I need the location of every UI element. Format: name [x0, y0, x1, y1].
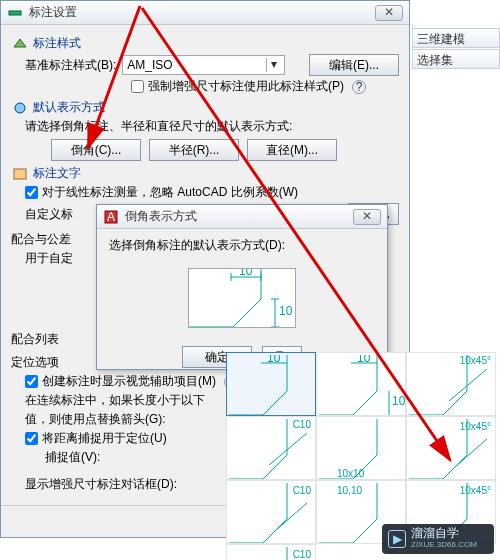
section-text-label: 标注文字 — [33, 165, 81, 182]
main-close-button[interactable]: ✕ — [375, 5, 403, 21]
gallery-caption-4: 10x10 — [337, 468, 364, 479]
base-style-label: 基准标注样式(B): — [25, 57, 116, 74]
fit-tol-label: 配合与公差 — [11, 231, 71, 248]
sub-preview-row: 10 10 — [109, 268, 375, 328]
snap-label: 将距离捕捉用于定位(U) — [42, 430, 167, 447]
text-icon — [11, 166, 29, 182]
main-title: 标注设置 — [29, 4, 375, 21]
gallery-caption-6: C10 — [293, 485, 311, 496]
default-prompt-row: 请选择倒角标注、半径和直径尺寸的默认表示方式: — [25, 118, 399, 135]
svg-text:10: 10 — [267, 355, 281, 365]
sub-close-button[interactable]: ✕ — [353, 209, 381, 225]
section-default-label: 默认表示方式 — [33, 99, 105, 116]
svg-line-17 — [263, 391, 287, 415]
force-style-checkbox[interactable]: 强制增强尺寸标注使用此标注样式(P) — [131, 78, 344, 95]
gallery-caption-2: 10x45° — [460, 355, 491, 366]
chamfer-rep-dialog: A 倒角表示方式 ✕ 选择倒角标注的默认表示方式(D): 10 10 — [96, 204, 388, 370]
gallery-caption-9: C10 — [293, 549, 311, 560]
svg-text:10: 10 — [392, 394, 405, 408]
svg-text:A: A — [107, 210, 115, 224]
force-style-label: 强制增强尺寸标注使用此标注样式(P) — [148, 78, 344, 95]
svg-line-43 — [455, 439, 487, 467]
gallery-caption-3: C10 — [293, 419, 311, 430]
show-enh-label: 显示增强尺寸标注对话框(D): — [25, 476, 177, 493]
fit-list-label: 配合列表 — [11, 331, 59, 348]
rep-buttons-row: 倒角(C)... 半径(R)... 直径(M)... — [51, 139, 399, 161]
sub-title: 倒角表示方式 — [125, 208, 353, 225]
svg-point-1 — [15, 103, 25, 113]
default-prompt: 请选择倒角标注、半径和直径尺寸的默认表示方式: — [25, 118, 292, 135]
linear-scale-checkbox[interactable]: 对于线性标注测量，忽略 AutoCAD 比例系数(W) — [25, 184, 298, 201]
help-icon[interactable]: ? — [352, 80, 366, 94]
svg-text:10: 10 — [239, 269, 253, 278]
gallery-cell-6[interactable]: C10 — [226, 480, 316, 544]
svg-line-49 — [353, 519, 377, 543]
watermark: ▶ 溜溜自学 ZIXUE.3D66.COM — [382, 524, 494, 554]
cont-label2: 值，则使用点替换箭头(G): — [25, 411, 166, 428]
gallery-cell-5[interactable]: 10x45° — [406, 416, 496, 480]
section-text-header: 标注文字 — [11, 165, 399, 182]
dimension-icon — [7, 5, 23, 21]
used-custom-label: 用于自定 — [25, 250, 73, 267]
sub-prompt: 选择倒角标注的默认表示方式(D): — [109, 237, 375, 254]
chevron-down-icon: ▾ — [266, 58, 280, 72]
play-icon: ▶ — [388, 530, 406, 548]
svg-rect-2 — [14, 169, 26, 179]
section-style-label: 标注样式 — [33, 35, 81, 52]
gallery-cell-0[interactable]: 10 — [226, 352, 316, 416]
radius-button[interactable]: 半径(R)... — [149, 139, 239, 161]
autocad-icon: A — [103, 209, 119, 225]
linear-scale-row: 对于线性标注测量，忽略 AutoCAD 比例系数(W) — [25, 184, 399, 201]
snap-val-label: 捕捉值(V): — [45, 449, 100, 466]
svg-line-35 — [269, 433, 307, 465]
gallery-caption-7: 10,10 — [337, 485, 362, 496]
svg-line-33 — [263, 455, 287, 479]
gallery-cell-9[interactable]: C10 — [226, 544, 316, 560]
gallery-caption-8: 10x45° — [460, 485, 491, 496]
diameter-button[interactable]: 直径(M)... — [247, 139, 337, 161]
style-icon — [11, 36, 29, 52]
side-tab-3dmodel[interactable]: 三维建模 — [413, 28, 500, 48]
base-style-select[interactable]: AM_ISO ▾ — [122, 55, 285, 75]
force-style-row: 强制增强尺寸标注使用此标注样式(P) ? — [131, 78, 399, 95]
svg-rect-0 — [9, 11, 21, 15]
cont-label1: 在连续标注中，如果长度小于以下 — [25, 392, 205, 409]
base-style-value: AM_ISO — [127, 58, 172, 72]
base-style-row: 基准标注样式(B): AM_ISO ▾ 编辑(E)... — [25, 54, 399, 76]
svg-line-22 — [353, 391, 377, 415]
snap-checkbox[interactable]: 将距离捕捉用于定位(U) — [25, 430, 167, 447]
chamfer-preview[interactable]: 10 10 — [188, 268, 296, 328]
linear-scale-label: 对于线性标注测量，忽略 AutoCAD 比例系数(W) — [42, 184, 298, 201]
locate-label: 定位选项 — [11, 354, 59, 371]
section-default-header: 默认表示方式 — [11, 99, 399, 116]
main-titlebar: 标注设置 ✕ — [1, 1, 409, 25]
gallery-cell-2[interactable]: 10x45° — [406, 352, 496, 416]
sub-titlebar: A 倒角表示方式 ✕ — [97, 205, 387, 229]
watermark-url: ZIXUE.3D66.COM — [411, 539, 477, 551]
gallery-cell-3[interactable]: C10 — [226, 416, 316, 480]
chamfer-button[interactable]: 倒角(C)... — [51, 139, 141, 161]
watermark-name: 溜溜自学 — [411, 527, 477, 539]
gallery-cell-1[interactable]: 1010 — [316, 352, 406, 416]
default-rep-icon — [11, 100, 29, 116]
svg-text:10: 10 — [279, 304, 293, 318]
svg-line-29 — [443, 391, 467, 415]
side-panel: 三维建模 选择集 — [412, 24, 500, 70]
svg-text:10: 10 — [357, 355, 371, 365]
section-style-header: 标注样式 — [11, 35, 399, 52]
custom-label: 自定义标 — [25, 206, 73, 223]
edit-style-button[interactable]: 编辑(E)... — [309, 54, 399, 76]
svg-line-47 — [275, 503, 307, 531]
side-tab-select[interactable]: 选择集 — [413, 49, 500, 69]
gallery-caption-5: 10x45° — [460, 421, 491, 432]
svg-line-6 — [233, 299, 261, 327]
svg-line-31 — [449, 369, 487, 401]
gallery-cell-4[interactable]: 10x10 — [316, 416, 406, 480]
